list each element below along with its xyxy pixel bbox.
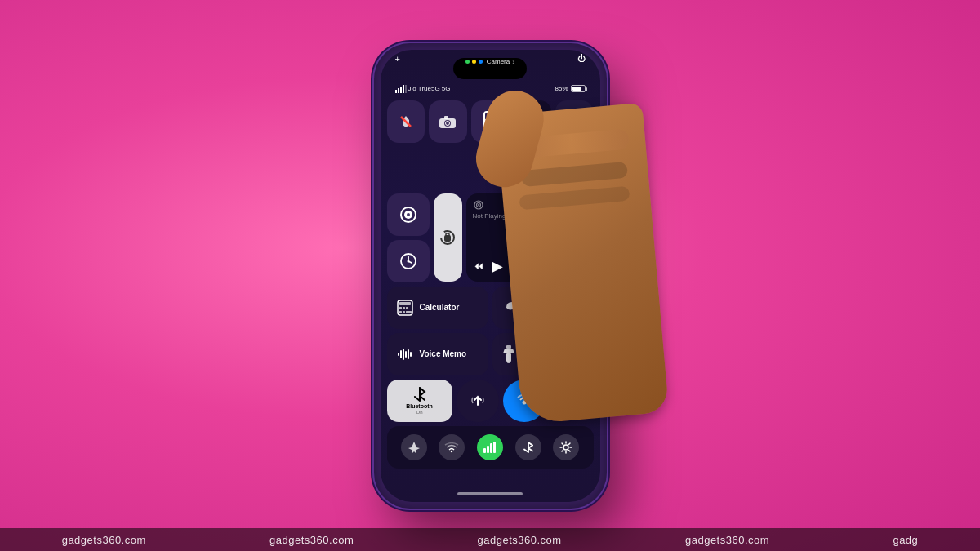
dark-mode-btn[interactable] [387,193,430,236]
cellular-icon [483,442,497,453]
svg-rect-58 [493,442,496,453]
svg-rect-46 [403,349,404,360]
svg-rect-40 [406,307,408,309]
power-icon[interactable]: ⏻ [577,54,586,63]
svg-rect-20 [444,235,451,242]
voice-memo-label: Voice Memo [420,349,467,358]
rotation-lock-icon [438,228,457,247]
phone-wrapper: Camera › Jio True5G 5G 85 [374,43,607,509]
bluetooth-icon [413,386,426,402]
svg-rect-38 [399,307,402,309]
cc-left-col [387,193,430,282]
bluetooth-bottom-btn[interactable] [515,434,541,460]
dot-green [466,60,470,64]
airplane-btn[interactable] [401,434,427,460]
svg-rect-10 [444,116,448,119]
calculator-btn[interactable]: Calculator [387,287,488,329]
knuckle-2 [520,161,627,186]
svg-rect-53 [507,362,510,363]
svg-rect-37 [399,302,411,305]
airplay-icon [473,200,484,210]
svg-rect-39 [403,307,405,309]
watermark-text-5: gadg [893,534,918,546]
svg-rect-49 [410,352,412,357]
dot-blue [479,60,483,64]
rotation-lock-btn[interactable] [434,193,462,282]
watermark-text-3: gadgets360.com [478,534,562,546]
voice-memo-btn[interactable]: Voice Memo [387,333,488,375]
settings-btn[interactable] [553,434,579,460]
svg-point-18 [407,260,409,262]
svg-rect-44 [398,353,399,356]
battery-icon [571,85,586,92]
svg-rect-0 [395,90,397,93]
bottom-connectivity-row [387,426,594,469]
watermark-bar: gadgets360.com gadgets360.com gadgets360… [0,528,980,551]
svg-rect-52 [506,353,511,362]
svg-marker-51 [503,349,514,353]
calculator-label: Calculator [420,303,460,312]
prev-btn[interactable]: ⏮ [473,260,483,272]
wifi-icon [444,442,459,453]
svg-rect-56 [487,446,489,453]
battery-percent: 85% [555,85,568,92]
signal-icon [395,85,407,93]
play-btn[interactable]: ▶ [492,257,503,275]
dark-mode-icon [399,206,417,224]
airdrop-btn[interactable] [457,380,499,422]
bluetooth-bottom-icon [523,441,533,454]
svg-point-59 [564,445,568,450]
watermark-text-2: gadgets360.com [270,534,354,546]
svg-rect-47 [405,351,407,358]
svg-rect-45 [400,350,402,358]
camera-chevron: › [512,58,514,66]
svg-rect-57 [490,443,492,453]
voice-memo-icon [397,346,413,362]
cellular-btn[interactable] [477,434,503,460]
calculator-icon [397,300,413,316]
gear-icon [559,441,572,454]
airplane-icon [408,441,421,454]
camera-label: Camera [487,58,510,65]
camera-notification: Camera › [437,58,543,66]
svg-point-14 [407,213,410,216]
bluetooth-btn[interactable]: Bluetooth On [387,380,452,422]
svg-rect-50 [506,345,511,349]
silent-icon [398,113,414,130]
svg-rect-4 [405,85,407,93]
camera-icon [439,114,457,129]
wifi-btn[interactable] [439,434,465,460]
watermark-text-4: gadgets360.com [685,534,769,546]
clock-icon [399,252,417,270]
svg-rect-42 [403,311,405,313]
silent-btn[interactable] [387,100,425,143]
knuckle-3 [519,185,630,210]
torch-icon [502,345,515,363]
dot-yellow [472,60,476,64]
svg-rect-41 [399,311,402,313]
svg-rect-48 [408,349,409,359]
status-bar: Jio True5G 5G 85% [381,81,600,97]
svg-rect-1 [398,88,399,93]
clock-btn[interactable] [387,240,430,282]
svg-rect-3 [403,85,404,93]
watermark-text-1: gadgets360.com [62,534,146,546]
airdrop-icon [469,392,487,410]
home-indicator[interactable] [457,492,523,495]
signal-area: Jio True5G 5G [395,85,451,93]
battery-area: 85% [555,85,585,92]
svg-rect-55 [483,448,486,453]
svg-rect-43 [406,311,412,313]
svg-point-24 [478,204,479,206]
carrier-label: Jio True5G 5G [408,85,451,92]
svg-rect-2 [400,87,402,93]
camera-btn[interactable] [429,100,467,143]
add-icon[interactable]: + [395,54,400,64]
hand-graphic [495,102,668,424]
bluetooth-sub: On [416,410,422,415]
bluetooth-label: Bluetooth [406,403,433,409]
